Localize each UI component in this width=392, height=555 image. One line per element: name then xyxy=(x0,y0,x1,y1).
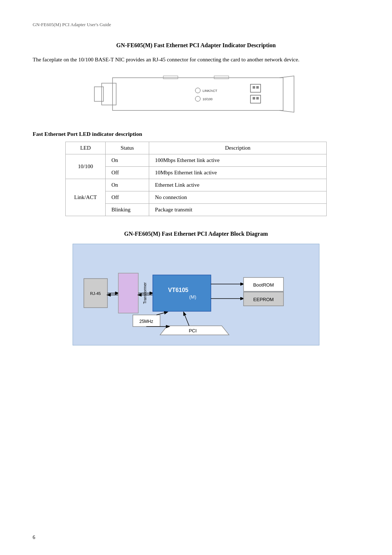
svg-rect-10 xyxy=(250,95,261,103)
desc-cell-noconn: No connection xyxy=(149,191,327,204)
section1-title: GN-FE605(M) Fast Ethernet PCI Adapter In… xyxy=(33,42,359,49)
block-diagram-box: RJ-45 Transformer VT6105 (M) BootROM xyxy=(73,244,319,345)
svg-line-27 xyxy=(156,312,167,315)
nic-diagram: LINK/ACT 10/100 xyxy=(33,70,359,118)
bootrom-label: BootROM xyxy=(253,282,274,288)
status-cell-on1: On xyxy=(106,154,149,167)
svg-point-3 xyxy=(195,88,200,93)
svg-text:LINK/ACT: LINK/ACT xyxy=(203,89,217,93)
section1-body: The faceplate on the 10/100 BASE-T NIC p… xyxy=(33,55,359,64)
led-table: LED Status Description 10/100 On 100Mbps… xyxy=(65,142,327,216)
svg-rect-11 xyxy=(253,97,255,100)
vt6105-m-label: (M) xyxy=(189,294,196,300)
desc-cell-ethlink: Ethernet Link active xyxy=(149,179,327,191)
svg-rect-1 xyxy=(102,83,116,105)
svg-rect-13 xyxy=(163,76,178,79)
svg-text:10/100: 10/100 xyxy=(203,97,213,101)
svg-rect-9 xyxy=(256,86,259,89)
status-cell-off2: Off xyxy=(106,191,149,204)
section3-title: GN-FE605(M) Fast Ethernet PCI Adapter Bl… xyxy=(33,231,359,237)
led-cell-linkact: Link/ACT xyxy=(66,179,106,216)
svg-line-29 xyxy=(184,312,189,326)
svg-rect-0 xyxy=(113,78,283,110)
svg-rect-2 xyxy=(94,87,103,101)
section2-title: Fast Ethernet Port LED indicator descrip… xyxy=(33,131,359,137)
table-header-led: LED xyxy=(66,142,106,154)
desc-cell-10mbps: 10Mbps Ethernet link active xyxy=(149,167,327,179)
rj45-label: RJ-45 xyxy=(90,291,101,296)
svg-rect-14 xyxy=(214,76,229,79)
desc-cell-pkttx: Package transmit xyxy=(149,204,327,216)
table-row: Link/ACT On Ethernet Link active xyxy=(66,179,327,191)
nic-diagram-svg: LINK/ACT 10/100 xyxy=(91,70,301,118)
table-row: 10/100 On 100Mbps Ethernet link active xyxy=(66,154,327,167)
svg-rect-12 xyxy=(256,97,259,100)
vt6105-label: VT6105 xyxy=(168,287,188,293)
status-cell-off1: Off xyxy=(106,167,149,179)
desc-cell-100mbps: 100Mbps Ethernet link active xyxy=(149,154,327,167)
pci-label: PCI xyxy=(189,328,197,333)
svg-rect-18 xyxy=(118,273,138,313)
table-header-desc: Description xyxy=(149,142,327,154)
page-number: 6 xyxy=(33,535,35,540)
page-header: GN-FE605(M) PCI Adapter User's Guide xyxy=(33,22,359,28)
status-cell-blinking: Blinking xyxy=(106,204,149,216)
mhz-label: 25MHz xyxy=(139,319,153,324)
svg-rect-21 xyxy=(153,275,211,311)
block-diagram-container: RJ-45 Transformer VT6105 (M) BootROM xyxy=(33,244,359,345)
led-cell-10100: 10/100 xyxy=(66,154,106,179)
block-diagram-svg: RJ-45 Transformer VT6105 (M) BootROM xyxy=(80,251,313,339)
svg-point-4 xyxy=(195,96,200,101)
svg-rect-8 xyxy=(253,86,255,89)
eeprom-label: EEPROM xyxy=(253,297,274,302)
table-header-status: Status xyxy=(106,142,149,154)
svg-rect-7 xyxy=(250,84,261,92)
status-cell-on2: On xyxy=(106,179,149,191)
